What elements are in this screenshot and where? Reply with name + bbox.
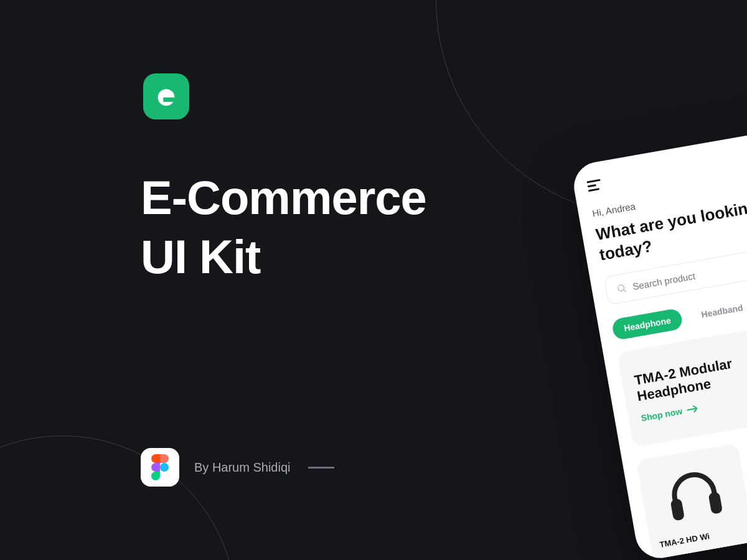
chip-headphone[interactable]: Headphone xyxy=(611,308,684,341)
figma-icon xyxy=(141,448,179,487)
feature-title: TMA-2 Modular Headphone xyxy=(633,354,743,404)
hero-title-line2: UI Kit xyxy=(141,230,260,283)
svg-point-2 xyxy=(160,463,169,472)
arrow-right-icon xyxy=(687,404,699,414)
svg-point-3 xyxy=(618,284,624,291)
phone-mockup: Au Hi, Andrea What are you looking for t… xyxy=(570,124,747,560)
hero-title: E-Commerce UI Kit xyxy=(141,168,426,286)
product-card-1[interactable]: TMA-2 HD Wi xyxy=(636,443,747,559)
brand-logo xyxy=(143,73,189,119)
shop-now-label: Shop now xyxy=(641,406,684,423)
svg-rect-7 xyxy=(670,498,685,521)
chip-headband[interactable]: Headband xyxy=(688,295,747,327)
menu-icon[interactable] xyxy=(586,179,602,192)
hero-title-line1: E-Commerce xyxy=(141,171,426,224)
byline-row: By Harum Shidiqi xyxy=(141,448,334,487)
svg-rect-8 xyxy=(708,492,723,515)
byline-dash xyxy=(308,467,334,469)
e-letter-icon xyxy=(154,85,178,108)
phone-screen: Au Hi, Andrea What are you looking for t… xyxy=(570,124,747,560)
svg-line-4 xyxy=(624,289,626,292)
byline-text: By Harum Shidiqi xyxy=(194,460,291,475)
product-headphone-icon xyxy=(659,461,730,527)
svg-rect-1 xyxy=(163,98,178,102)
search-field[interactable] xyxy=(632,250,747,291)
search-icon xyxy=(616,282,627,295)
